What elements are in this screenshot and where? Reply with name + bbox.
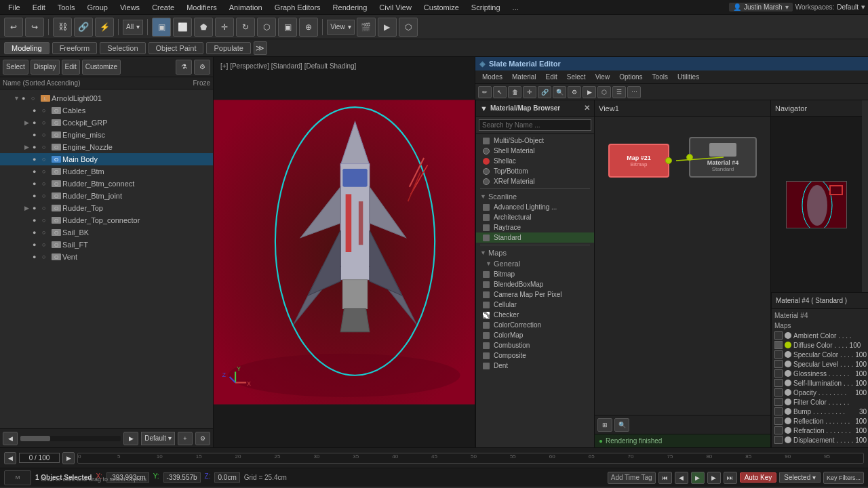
section-scanline[interactable]: ▼ Scanline [476, 191, 594, 202]
playback-add-time-button[interactable]: Add Time Tag [608, 472, 656, 484]
mat-item-blendedboxmap[interactable]: BlendedBoxMap [476, 279, 594, 289]
sme-pointer-button[interactable]: ↖ [493, 86, 507, 98]
scene-edit-button[interactable]: Edit [62, 60, 80, 75]
tab-modeling[interactable]: Modeling [4, 42, 50, 54]
tree-item-rudder-btm-connect[interactable]: ●○ORudder_Btm_connect [0, 178, 213, 190]
tree-item-rudder-btm[interactable]: ●○ORudder_Btm [0, 165, 213, 178]
lock-icon[interactable]: ○ [31, 95, 39, 102]
scene-select-button[interactable]: Select [3, 60, 28, 75]
mat-item-raytrace[interactable]: Raytrace [476, 222, 594, 232]
mat-item-dent[interactable]: Dent [476, 361, 594, 371]
eye-icon[interactable]: ● [33, 144, 42, 150]
tree-item-cockpit-grp[interactable]: ▶●○GCockpit_GRP [0, 117, 213, 129]
eye-icon[interactable]: ● [33, 131, 42, 138]
eye-icon[interactable]: ● [33, 192, 42, 199]
mat-item-topbottom[interactable]: Top/Bottom [476, 166, 594, 176]
playback-skip-start-button[interactable]: ⏮ [658, 472, 672, 484]
menu-edit[interactable]: Edit [27, 2, 51, 13]
sme-delete-button[interactable]: 🗑 [508, 86, 521, 98]
mat-item-combustion[interactable]: Combustion [476, 340, 594, 350]
eye-icon[interactable]: ● [33, 205, 42, 211]
mp-checkbox[interactable] [774, 331, 783, 340]
section-general[interactable]: ▼ General [476, 258, 594, 269]
material-browser-collapse-icon[interactable]: ▼ [480, 104, 488, 113]
mat-item-colormap[interactable]: ColorMap [476, 330, 594, 340]
playback-play-button[interactable]: ▶ [691, 472, 705, 484]
mat-node-input-connector[interactable] [686, 154, 693, 161]
menu-modifiers[interactable]: Modifiers [181, 2, 222, 13]
lock-icon[interactable]: ○ [42, 253, 50, 260]
eye-icon[interactable]: ● [33, 217, 42, 224]
lock-icon[interactable]: ○ [42, 180, 50, 187]
left-layer-dropdown[interactable]: Default ▾ [141, 432, 175, 445]
timeline-left-arrow[interactable]: ◀ [4, 452, 16, 464]
scene-display-button[interactable]: Display [31, 60, 60, 75]
sme-menu-material[interactable]: Material [508, 72, 540, 82]
sme-options-button[interactable]: ☰ [612, 86, 626, 98]
menu-graph-editors[interactable]: Graph Editors [269, 2, 326, 13]
left-scroll-left[interactable]: ◀ [3, 432, 18, 445]
layer-add-button[interactable]: + [178, 432, 193, 445]
sme-render2-button[interactable]: ⬡ [597, 86, 611, 98]
mat-item-xref[interactable]: XRef Material [476, 176, 594, 186]
select-region-button[interactable]: ⬜ [173, 18, 192, 37]
sme-menu-tools[interactable]: Tools [648, 72, 672, 82]
menu-customize[interactable]: Customize [418, 2, 465, 13]
eye-icon[interactable]: ● [33, 107, 42, 114]
menu-rendering[interactable]: Rendering [328, 2, 373, 13]
mat-item-standard[interactable]: Standard [476, 232, 594, 243]
mat-item-cellular[interactable]: Cellular [476, 300, 594, 310]
tab-selection[interactable]: Selection [100, 42, 145, 54]
section-maps[interactable]: ▼ Maps [476, 247, 594, 258]
tree-item-engine-nozzle[interactable]: ▶●○OEngine_Nozzle [0, 141, 213, 153]
eye-icon[interactable]: ● [33, 156, 42, 163]
scale-button[interactable]: ⬡ [257, 18, 276, 37]
eye-icon[interactable]: ● [33, 253, 42, 260]
lock-icon[interactable]: ○ [42, 192, 50, 199]
left-scrollbar[interactable] [20, 436, 121, 441]
map-node[interactable]: Map #21 Bitmap [608, 144, 669, 178]
mat-item-architectural[interactable]: Architectural [476, 212, 594, 222]
tab-freeform[interactable]: Freeform [52, 42, 98, 54]
eye-icon[interactable]: ● [33, 168, 42, 175]
lock-icon[interactable]: ○ [42, 241, 50, 248]
render-setup-button[interactable]: 🎬 [357, 18, 376, 37]
tree-item-vent[interactable]: ●○OVent [0, 251, 213, 263]
tree-item-rudder-btm-joint[interactable]: ●○ORudder_Btm_joint [0, 190, 213, 202]
sme-menu-select[interactable]: Select [563, 72, 590, 82]
tree-expand-icon[interactable]: ▼ [14, 95, 22, 102]
sme-render-button[interactable]: ▶ [583, 86, 596, 98]
settings-button[interactable]: ⚙ [194, 60, 210, 75]
selection-mode-dropdown[interactable]: All ▾ [123, 20, 143, 35]
lock-icon[interactable]: ○ [42, 119, 50, 126]
key-filters-button[interactable]: Key Filters... [823, 472, 864, 484]
bind-button[interactable]: ⚡ [95, 18, 114, 37]
menu-file[interactable]: File [3, 2, 26, 13]
mat-item-shellac[interactable]: Shellac [476, 156, 594, 166]
playback-next-button[interactable]: ▶ [707, 472, 721, 484]
mp-checkbox[interactable] [774, 360, 783, 368]
render-button[interactable]: ▶ [378, 18, 397, 37]
lock-icon[interactable]: ○ [42, 131, 50, 138]
lock-icon[interactable]: ○ [42, 168, 50, 175]
mat-item-bitmap[interactable]: Bitmap [476, 269, 594, 279]
lock-icon[interactable]: ○ [42, 107, 50, 114]
view-dropdown[interactable]: View ▾ [327, 20, 355, 35]
tab-populate[interactable]: Populate [206, 42, 250, 54]
mp-checkbox[interactable] [774, 388, 783, 396]
timeline-right-arrow[interactable]: ▶ [62, 452, 75, 464]
tree-item-sail-ft[interactable]: ●○OSail_FT [0, 239, 213, 251]
lock-icon[interactable]: ○ [42, 205, 50, 211]
sme-menu-modes[interactable]: Modes [478, 72, 507, 82]
layer-settings-button[interactable]: ⚙ [195, 432, 210, 445]
sme-menu-edit[interactable]: Edit [542, 72, 561, 82]
menu-more[interactable]: ... [507, 2, 524, 13]
mp-checkbox[interactable] [774, 369, 783, 378]
view1-zoom-button[interactable]: 🔍 [614, 418, 629, 432]
y-value[interactable]: -339.557b [163, 472, 201, 483]
pivot-button[interactable]: ⊕ [299, 18, 318, 37]
user-dropdown-icon[interactable]: ▾ [785, 3, 789, 11]
mp-checkbox[interactable] [774, 426, 783, 434]
lock-icon[interactable]: ○ [42, 217, 50, 224]
tree-expand-icon[interactable]: ▶ [24, 205, 33, 211]
